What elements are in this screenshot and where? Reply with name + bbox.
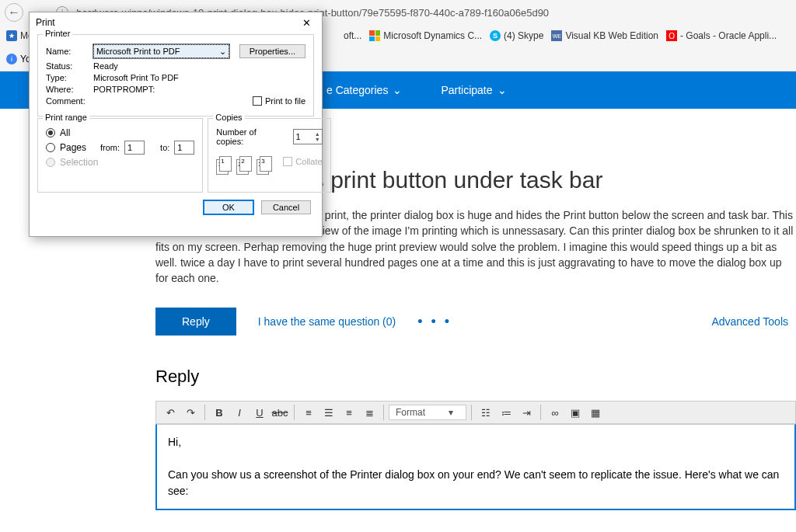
- copies-label: Number of copies:: [216, 127, 284, 146]
- checkbox-icon: [283, 157, 292, 166]
- bookmark-label: oft...: [344, 30, 361, 41]
- link-icon[interactable]: ∞: [546, 403, 564, 422]
- copies-group: Copies Number of copies: 1 ▲▼ 11 22 33 C…: [208, 118, 330, 193]
- align-left-icon[interactable]: ≡: [299, 403, 318, 422]
- dialog-buttons: OK Cancel: [30, 193, 322, 222]
- printer-select[interactable]: Microsoft Print to PDF ⌄: [93, 43, 230, 59]
- type-value: Microsoft Print To PDF: [93, 73, 179, 82]
- radio-label: All: [60, 127, 70, 138]
- from-label: from:: [100, 143, 120, 152]
- radio-label: Pages: [60, 142, 86, 153]
- printer-group: Printer Name: Microsoft Print to PDF ⌄ P…: [37, 34, 314, 116]
- radio-pages[interactable]: Pages from: to:: [46, 141, 194, 155]
- group-label: Copies: [213, 113, 244, 122]
- bookmark-label: Microsoft Dynamics C...: [383, 30, 482, 41]
- name-label: Name:: [46, 47, 88, 56]
- printer-select-value: Microsoft Print to PDF: [96, 47, 180, 56]
- chevron-down-icon: ⌄: [219, 47, 226, 57]
- editor-line: Can you show us a screenshot of the Prin…: [168, 467, 784, 499]
- print-dialog: Print ✕ Printer Name: Microsoft Print to…: [29, 12, 323, 237]
- dialog-titlebar[interactable]: Print ✕: [30, 12, 322, 33]
- copies-spinbox[interactable]: 1 ▲▼: [293, 129, 322, 144]
- copies-value: 1: [295, 132, 300, 141]
- checkbox-label: Collate: [295, 157, 322, 166]
- bookmark-label: - Goals - Oracle Appli...: [680, 30, 777, 41]
- group-label: Printer: [43, 29, 72, 38]
- advanced-tools-link[interactable]: Advanced Tools: [711, 315, 788, 328]
- format-select[interactable]: Format▾: [389, 405, 466, 420]
- editor-line: Hi,: [168, 434, 784, 450]
- image-icon[interactable]: ▣: [566, 403, 585, 422]
- bookmark-dynamics[interactable]: Microsoft Dynamics C...: [369, 30, 482, 41]
- close-icon[interactable]: ✕: [297, 13, 316, 32]
- chevron-down-icon: ▾: [449, 407, 453, 418]
- strike-icon[interactable]: abc: [271, 403, 289, 422]
- bookmark-oft[interactable]: oft...: [344, 30, 361, 41]
- collate-graphic: 11 22 33: [216, 156, 274, 175]
- radio-icon: [46, 143, 55, 152]
- collate-checkbox: Collate: [283, 157, 322, 166]
- status-value: Ready: [93, 61, 118, 71]
- where-value: PORTPROMPT:: [93, 85, 155, 94]
- italic-icon[interactable]: I: [230, 403, 249, 422]
- list-bullet-icon[interactable]: ☷: [477, 403, 495, 422]
- print-range-group: Print range All Pages from: to: Selectio…: [37, 118, 203, 193]
- radio-icon: [46, 158, 55, 167]
- menu-label: Participate: [441, 84, 492, 96]
- skype-icon: S: [490, 30, 501, 41]
- properties-button[interactable]: Properties...: [239, 44, 305, 58]
- post-actions: Reply I have the same question (0) • • •…: [155, 308, 796, 336]
- user-icon[interactable]: i: [6, 54, 17, 64]
- radio-icon: [46, 128, 55, 137]
- bookmark-label: (4) Skype: [504, 30, 543, 41]
- checkbox-label: Print to file: [265, 96, 305, 106]
- align-center-icon[interactable]: ☰: [319, 403, 338, 422]
- same-question-link[interactable]: I have the same question (0): [258, 315, 396, 328]
- cancel-button[interactable]: Cancel: [261, 200, 311, 214]
- redo-icon[interactable]: ↷: [181, 403, 200, 422]
- radio-label: Selection: [60, 157, 98, 168]
- radio-all[interactable]: All: [46, 127, 194, 138]
- to-label: to:: [160, 143, 169, 152]
- kb-icon: WE: [551, 30, 562, 41]
- status-label: Status:: [46, 61, 89, 71]
- microsoft-icon: [369, 30, 380, 41]
- reply-button[interactable]: Reply: [155, 308, 236, 336]
- bookmark-kb[interactable]: WEVisual KB Web Edition: [551, 30, 658, 41]
- editor-toolbar: ↶ ↷ B I U abc ≡ ☰ ≡ ≣ Format▾ ☷ ≔ ⇥ ∞ ▣ …: [155, 401, 796, 424]
- type-label: Type:: [46, 73, 89, 82]
- pages-to-input[interactable]: [174, 141, 194, 155]
- underline-icon[interactable]: U: [250, 403, 269, 422]
- undo-icon[interactable]: ↶: [161, 403, 180, 422]
- indent-icon[interactable]: ⇥: [517, 403, 536, 422]
- spin-arrows-icon: ▲▼: [315, 131, 320, 142]
- oracle-icon: O: [666, 30, 677, 41]
- reply-editor: ↶ ↷ B I U abc ≡ ☰ ≡ ≣ Format▾ ☷ ≔ ⇥ ∞ ▣ …: [155, 401, 796, 510]
- bookmark-oracle[interactable]: O- Goals - Oracle Appli...: [666, 30, 777, 41]
- checkbox-icon: [253, 96, 262, 106]
- where-label: Where:: [46, 85, 89, 94]
- chevron-down-icon: ⌄: [498, 84, 507, 96]
- menu-label: e Categories: [326, 84, 388, 96]
- align-justify-icon[interactable]: ≣: [360, 403, 379, 422]
- chevron-down-icon: ⌄: [393, 84, 402, 96]
- dialog-title: Print: [36, 17, 55, 28]
- more-actions-icon[interactable]: • • •: [417, 314, 452, 330]
- bold-icon[interactable]: B: [210, 403, 229, 422]
- radio-selection: Selection: [46, 157, 194, 168]
- comment-label: Comment:: [46, 96, 89, 106]
- align-right-icon[interactable]: ≡: [340, 403, 358, 422]
- list-number-icon[interactable]: ≔: [497, 403, 515, 422]
- reply-heading: Reply: [155, 367, 796, 387]
- editor-textarea[interactable]: Hi, Can you show us a screenshot of the …: [155, 424, 796, 510]
- print-to-file-checkbox[interactable]: Print to file: [253, 96, 305, 106]
- nav-back-button[interactable]: ←: [5, 3, 23, 22]
- menu-categories[interactable]: e Categories⌄: [326, 84, 402, 96]
- ok-button[interactable]: OK: [204, 200, 253, 214]
- bookmark-skype[interactable]: S(4) Skype: [490, 30, 543, 41]
- bookmark-label: Visual KB Web Edition: [565, 30, 658, 41]
- menu-participate[interactable]: Participate⌄: [441, 84, 506, 96]
- table-icon[interactable]: ▦: [586, 403, 605, 422]
- pages-from-input[interactable]: [124, 141, 145, 155]
- format-label: Format: [396, 407, 425, 418]
